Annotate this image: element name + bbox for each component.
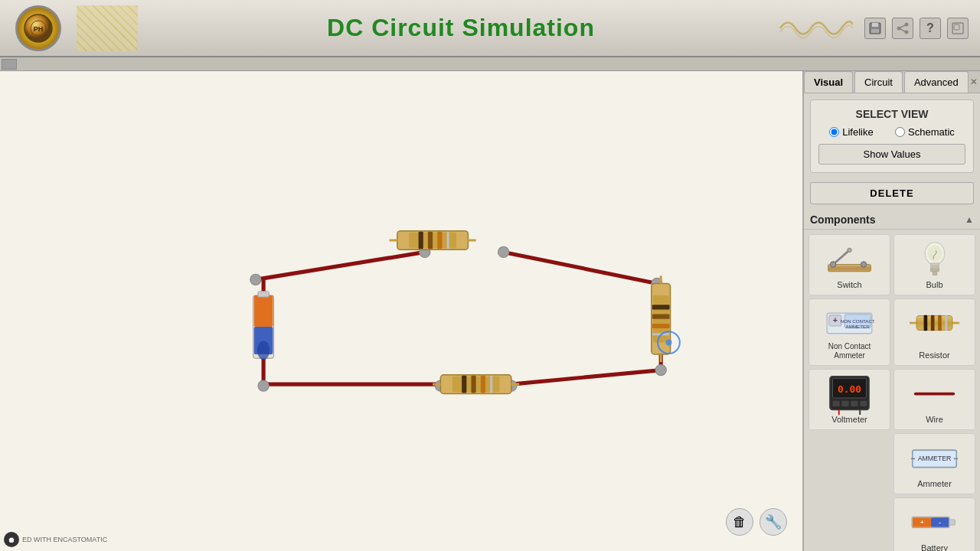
tab-circuit[interactable]: Circuit — [854, 71, 903, 93]
svg-line-14 — [504, 252, 657, 283]
share-icon-btn[interactable] — [892, 18, 913, 39]
svg-text:0.00: 0.00 — [838, 383, 861, 394]
battery-label: Battery — [921, 543, 948, 551]
wire-label: Wire — [926, 415, 943, 425]
svg-line-60 — [833, 249, 849, 264]
svg-rect-90 — [860, 400, 867, 406]
canvas-toolbar: 🗑 🔧 — [726, 508, 787, 536]
wave-decoration — [776, 9, 853, 47]
watermark-record-icon: ⏺ — [4, 532, 19, 547]
wrench-button[interactable]: 🔧 — [760, 508, 787, 536]
component-bulb[interactable]: Bulb — [893, 234, 975, 295]
circuit-canvas[interactable]: 🗑 🔧 ⏺ ED WITH ENCASTOMATIC — [0, 71, 804, 551]
svg-rect-80 — [924, 315, 928, 331]
schematic-option[interactable]: Schematic — [895, 126, 955, 138]
components-title: Components — [810, 214, 876, 226]
svg-point-26 — [498, 246, 508, 257]
trash-icon: 🗑 — [733, 514, 746, 530]
app-logo: PH — [8, 2, 69, 55]
svg-rect-42 — [462, 376, 466, 393]
resistor-icon — [908, 304, 962, 342]
svg-rect-52 — [652, 324, 670, 328]
svg-rect-51 — [652, 315, 670, 319]
select-view-section: SELECT VIEW Lifelike Schematic Show Valu… — [810, 99, 974, 173]
logo-circle: PH — [15, 5, 61, 51]
voltmeter-label: Voltmeter — [831, 415, 867, 425]
svg-text:+: + — [833, 315, 838, 324]
svg-rect-34 — [419, 232, 423, 249]
trash-button[interactable]: 🗑 — [726, 508, 753, 536]
svg-text:+: + — [920, 519, 924, 526]
radio-row: Lifelike Schematic — [818, 126, 965, 138]
tab-close-icon[interactable]: ✕ — [970, 77, 978, 87]
svg-rect-35 — [428, 232, 433, 249]
svg-line-9 — [899, 24, 906, 28]
scrollbar-thumb[interactable] — [2, 59, 17, 70]
svg-rect-5 — [871, 29, 879, 33]
lifelike-label: Lifelike — [842, 126, 873, 138]
svg-line-10 — [899, 28, 906, 32]
top-bar: PH DC Circuit Simulation ? — [0, 0, 980, 57]
svg-line-13 — [256, 252, 425, 279]
svg-text:-: - — [939, 519, 941, 526]
svg-text:AMMETER: AMMETER — [918, 455, 952, 462]
svg-point-63 — [848, 248, 852, 253]
svg-rect-69 — [933, 272, 936, 276]
components-close-icon[interactable]: ▲ — [965, 214, 974, 225]
svg-rect-88 — [841, 400, 848, 406]
components-section: Components ▲ — [804, 210, 980, 551]
watermark: ⏺ ED WITH ENCASTOMATIC — [4, 532, 107, 547]
svg-point-62 — [861, 261, 866, 266]
main-area: 🗑 🔧 ⏺ ED WITH ENCASTOMATIC Visual Circui… — [0, 71, 980, 551]
svg-line-16 — [511, 370, 661, 385]
svg-rect-89 — [851, 400, 858, 406]
svg-text:AMMETER: AMMETER — [846, 324, 871, 329]
component-ammeter[interactable]: AMMETER Ammeter — [893, 433, 975, 494]
lifelike-radio[interactable] — [829, 127, 839, 137]
bulb-icon — [908, 240, 962, 278]
component-wire[interactable]: Wire — [893, 369, 975, 430]
circuit-svg — [0, 71, 802, 551]
svg-rect-45 — [490, 376, 492, 393]
schematic-radio[interactable] — [895, 127, 905, 137]
show-values-button[interactable]: Show Values — [818, 144, 965, 165]
bulb-label: Bulb — [926, 280, 942, 290]
delete-button[interactable]: DELETE — [810, 182, 974, 204]
horizontal-scrollbar[interactable] — [0, 57, 980, 71]
save-icon-btn[interactable] — [864, 18, 886, 39]
svg-point-31 — [257, 341, 270, 360]
tab-visual[interactable]: Visual — [804, 71, 853, 93]
switch-icon — [823, 240, 877, 278]
svg-rect-67 — [930, 266, 939, 269]
component-voltmeter[interactable]: 0.00 Voltmeter — [808, 369, 890, 430]
lifelike-option[interactable]: Lifelike — [829, 126, 873, 138]
ammeter-icon: AMMETER — [908, 439, 962, 477]
component-nca[interactable]: + NON CONTACT AMMETER Non ContactAmmeter — [808, 298, 890, 366]
svg-rect-66 — [930, 263, 939, 266]
decorative-pattern — [77, 5, 138, 51]
tab-advanced[interactable]: Advanced — [904, 71, 969, 93]
nca-label: Non ContactAmmeter — [828, 342, 871, 360]
help-icon-btn[interactable]: ? — [920, 18, 941, 39]
schematic-label: Schematic — [908, 126, 955, 138]
top-icons: ? — [864, 18, 969, 39]
switch-label: Switch — [837, 280, 861, 290]
svg-point-21 — [655, 364, 666, 375]
svg-point-57 — [665, 340, 671, 346]
svg-rect-81 — [931, 315, 935, 331]
ammeter-label: Ammeter — [917, 479, 952, 489]
battery-icon: + - — [908, 503, 962, 541]
svg-rect-37 — [447, 232, 449, 249]
nca-icon: + NON CONTACT AMMETER — [823, 304, 877, 342]
component-resistor[interactable]: Resistor — [893, 298, 975, 366]
component-battery[interactable]: + - Battery — [893, 497, 975, 551]
svg-rect-50 — [652, 305, 670, 309]
right-panel: Visual Circuit Advanced ✕ SELECT VIEW Li… — [804, 71, 980, 551]
svg-text:PH: PH — [34, 25, 44, 33]
minimize-icon-btn[interactable] — [947, 18, 969, 39]
svg-rect-28 — [254, 295, 273, 327]
component-switch[interactable]: Switch — [808, 234, 890, 295]
svg-rect-102 — [949, 519, 955, 524]
select-view-title: SELECT VIEW — [818, 108, 965, 120]
components-header: Components ▲ — [804, 210, 980, 230]
